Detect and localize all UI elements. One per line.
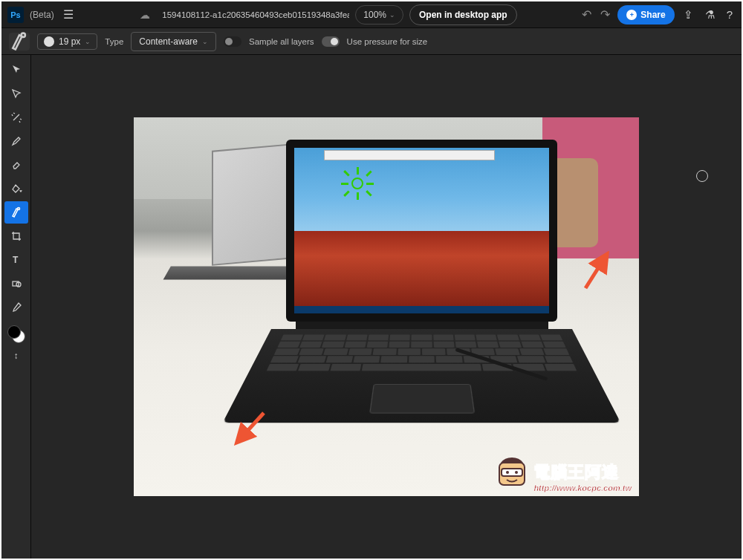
watermark: 電腦王阿達 http://www.kocpc.com.tw (493, 455, 632, 492)
hamburger-menu-icon[interactable]: ☰ (60, 7, 77, 22)
move-tool[interactable] (4, 59, 28, 81)
color-swatch[interactable] (7, 325, 25, 343)
workspace: T ↕ (1, 55, 742, 559)
top-bar: Ps (Beta) ☰ ☁ 1594108112-a1c20635460493c… (1, 1, 742, 28)
chevron-down-icon: ⌄ (389, 11, 395, 19)
share-avatar-icon: + (626, 10, 637, 20)
swap-colors-icon[interactable]: ↕ (14, 351, 19, 361)
zoom-value: 100% (363, 10, 386, 20)
beta-label: (Beta) (30, 10, 54, 20)
open-desktop-button[interactable]: Open in desktop app (409, 4, 517, 25)
chevron-down-icon: ⌄ (202, 38, 208, 45)
cloud-icon[interactable]: ☁ (140, 9, 150, 21)
healing-tool[interactable] (4, 201, 28, 224)
pressure-size-toggle[interactable] (322, 36, 340, 47)
ps-logo-icon[interactable]: Ps (7, 7, 24, 23)
svg-point-9 (506, 471, 509, 474)
brush-cursor-icon (696, 170, 708, 182)
filename-text: 1594108112-a1c20635460493ceb01519348a3fe… (162, 10, 349, 19)
filename-dropdown[interactable]: 1594108112-a1c20635460493ceb01519348a3fe… (156, 7, 349, 22)
watermark-title: 電腦王阿達 (533, 461, 619, 484)
annotation-arrow-down (230, 404, 275, 452)
zoom-dropdown[interactable]: 100% ⌄ (355, 5, 403, 25)
help-icon[interactable]: ? (724, 8, 736, 21)
healing-brush-icon[interactable] (9, 33, 30, 51)
share-button[interactable]: + Share (617, 5, 674, 25)
annotation-arrow-up (572, 251, 617, 299)
wand-tool[interactable] (4, 106, 28, 128)
brush-size-dropdown[interactable]: 19 px ⌄ (37, 33, 97, 50)
svg-point-10 (515, 471, 518, 474)
undo-icon[interactable]: ↶ (580, 7, 593, 22)
chevron-down-icon: ⌄ (85, 38, 91, 45)
brush-preview-icon (44, 36, 54, 47)
export-icon[interactable]: ⇪ (681, 8, 696, 22)
canvas-area[interactable]: 電腦王阿達 http://www.kocpc.com.tw (31, 55, 742, 559)
sample-all-layers-toggle[interactable] (224, 36, 241, 47)
crop-tool[interactable] (4, 225, 28, 247)
type-value: Content-aware (139, 36, 198, 47)
canvas-image[interactable]: 電腦王阿達 http://www.kocpc.com.tw (134, 117, 639, 496)
brush-size-value: 19 px (59, 36, 80, 47)
options-bar: 19 px ⌄ Type Content-aware ⌄ Sample all … (1, 28, 742, 55)
svg-point-0 (22, 33, 25, 36)
svg-line-6 (241, 413, 264, 437)
lasso-tool[interactable] (4, 82, 28, 105)
redo-icon[interactable]: ↷ (599, 7, 611, 22)
eyedropper-tool[interactable] (4, 296, 28, 319)
sample-layers-label: Sample all layers (249, 37, 314, 46)
svg-text:T: T (13, 255, 19, 265)
svg-rect-8 (502, 469, 522, 476)
share-label: Share (640, 10, 665, 20)
type-label: Type (105, 37, 123, 46)
tool-panel: T ↕ (1, 55, 31, 559)
shapes-tool[interactable] (4, 273, 28, 295)
type-tool[interactable]: T (4, 249, 28, 271)
watermark-url: http://www.kocpc.com.tw (533, 484, 632, 492)
watermark-mascot-icon (493, 455, 531, 492)
app-frame: Ps (Beta) ☰ ☁ 1594108112-a1c20635460493c… (1, 1, 742, 559)
eraser-tool[interactable] (4, 154, 28, 176)
brush-tool[interactable] (4, 130, 28, 152)
pressure-label: Use pressure for size (347, 37, 428, 46)
beaker-icon[interactable]: ⚗ (702, 8, 718, 22)
fill-tool[interactable] (4, 178, 28, 200)
type-dropdown[interactable]: Content-aware ⌄ (131, 32, 216, 51)
svg-point-1 (17, 208, 19, 210)
svg-line-5 (585, 260, 603, 288)
